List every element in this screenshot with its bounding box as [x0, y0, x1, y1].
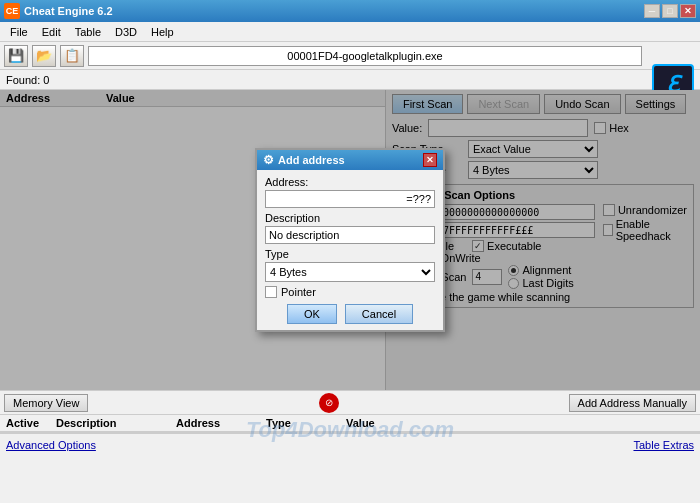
description-field-label: Description — [265, 212, 435, 224]
menu-table[interactable]: Table — [69, 24, 107, 40]
type-field-label: Type — [265, 248, 435, 260]
menu-d3d[interactable]: D3D — [109, 24, 143, 40]
dialog-title-text: Add address — [278, 154, 345, 166]
title-bar: CE Cheat Engine 6.2 ─ □ ✕ — [0, 0, 700, 22]
add-address-button[interactable]: Add Address Manually — [569, 394, 696, 412]
title-bar-buttons[interactable]: ─ □ ✕ — [644, 4, 696, 18]
type-col-header: Type — [266, 417, 346, 429]
dialog-body: Address: Description Type 4 Bytes Pointe… — [257, 170, 443, 330]
description-field[interactable] — [265, 226, 435, 244]
close-button[interactable]: ✕ — [680, 4, 696, 18]
stop-scan-icon[interactable]: ⊘ — [319, 393, 339, 413]
open-file-button[interactable]: 📂 — [32, 45, 56, 67]
desc-col-header: Description — [56, 417, 176, 429]
title-bar-left: CE Cheat Engine 6.2 — [4, 3, 113, 19]
menu-help[interactable]: Help — [145, 24, 180, 40]
found-bar: Found: 0 — [0, 70, 700, 90]
advanced-options-link[interactable]: Advanced Options — [6, 439, 96, 451]
menu-bar: File Edit Table D3D Help — [0, 22, 700, 42]
address-table: Active Description Address Type Value — [0, 414, 700, 432]
dialog-cancel-button[interactable]: Cancel — [345, 304, 413, 324]
active-col-header: Active — [6, 417, 56, 429]
maximize-button[interactable]: □ — [662, 4, 678, 18]
exe-title: 00001FD4-googletalkplugin.exe — [88, 46, 642, 66]
table-header: Active Description Address Type Value — [0, 415, 700, 432]
minimize-button[interactable]: ─ — [644, 4, 660, 18]
dialog-buttons: OK Cancel — [265, 304, 435, 324]
dialog-ok-button[interactable]: OK — [287, 304, 337, 324]
pointer-checkbox[interactable] — [265, 286, 277, 298]
found-count: Found: 0 — [6, 74, 49, 86]
address-field-label: Address: — [265, 176, 435, 188]
menu-file[interactable]: File — [4, 24, 34, 40]
address-field[interactable] — [265, 190, 435, 208]
menu-edit[interactable]: Edit — [36, 24, 67, 40]
toolbar: 💾 📂 📋 00001FD4-googletalkplugin.exe Ɛ — [0, 42, 700, 70]
table-button[interactable]: 📋 — [60, 45, 84, 67]
pointer-row: Pointer — [265, 286, 435, 298]
val-col-header: Value — [346, 417, 426, 429]
memory-view-button[interactable]: Memory View — [4, 394, 88, 412]
status-bar: Advanced Options Table Extras — [0, 432, 700, 456]
table-extras-link[interactable]: Table Extras — [633, 439, 694, 451]
type-select[interactable]: 4 Bytes — [265, 262, 435, 282]
dialog-overlay: ⚙ Add address ✕ Address: Description Typ… — [0, 90, 700, 390]
app-icon: CE — [4, 3, 20, 19]
addr-col-header: Address — [176, 417, 266, 429]
dialog-title-bar: ⚙ Add address ✕ — [257, 150, 443, 170]
pointer-label: Pointer — [281, 286, 316, 298]
window-title: Cheat Engine 6.2 — [24, 5, 113, 17]
open-process-button[interactable]: 💾 — [4, 45, 28, 67]
dialog-close-button[interactable]: ✕ — [423, 153, 437, 167]
add-address-dialog: ⚙ Add address ✕ Address: Description Typ… — [255, 148, 445, 332]
bottom-toolbar: Memory View ⊘ Add Address Manually — [0, 390, 700, 414]
